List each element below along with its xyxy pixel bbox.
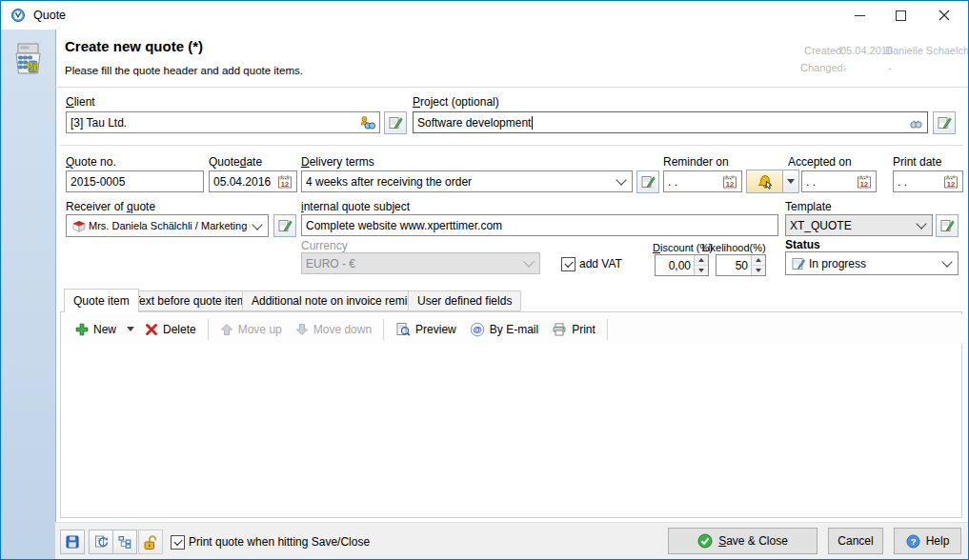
project-lookup-icon[interactable] (907, 115, 923, 130)
minimize-icon (855, 10, 865, 21)
text-cursor (532, 116, 533, 130)
calendar-icon[interactable]: 12 (942, 174, 959, 190)
chevron-down-icon (523, 256, 534, 267)
receiver-label: Receiver of quote (66, 200, 155, 213)
chevron-down-icon[interactable] (252, 219, 262, 230)
edit-icon (388, 115, 403, 130)
chevron-down-icon[interactable] (941, 256, 952, 267)
status-combo[interactable]: In progress (785, 251, 959, 275)
likelihood-label: Likelihood(%) (702, 242, 766, 253)
status-label: Status (785, 238, 820, 251)
spin-buttons[interactable] (751, 255, 765, 275)
chevron-down-icon[interactable] (916, 218, 926, 229)
close-button[interactable] (920, 1, 968, 30)
new-item-button[interactable]: New (69, 319, 123, 340)
calendar-icon[interactable]: 12 (856, 174, 872, 190)
receiver-edit-button[interactable] (273, 214, 296, 237)
template-label: Template (785, 200, 832, 213)
tab-quote-item[interactable]: Quote item (64, 289, 139, 312)
quote-no-field[interactable]: 2015-0005 (66, 170, 204, 192)
at-sign-icon: @ (470, 322, 485, 337)
add-vat-label: add VAT (579, 257, 622, 270)
project-edit-button[interactable] (933, 111, 956, 134)
spin-up-icon (756, 258, 761, 262)
lock-button[interactable] (138, 530, 163, 554)
magnifier-page-icon (395, 322, 411, 337)
print-date-label: Print date (893, 155, 941, 169)
copy-quote-button[interactable] (89, 530, 113, 554)
changed-by: - (888, 62, 892, 73)
tab-user-defined-fields[interactable]: User defined fields (408, 290, 521, 311)
reminder-bell-split-button[interactable] (746, 170, 799, 193)
print-button[interactable]: Print (545, 318, 602, 341)
project-field[interactable]: Software development (413, 111, 928, 133)
edit-icon (277, 218, 293, 233)
print-on-save-checkbox[interactable] (171, 535, 185, 550)
client-lookup-icon[interactable] (359, 115, 375, 130)
edit-icon (640, 174, 656, 190)
reminder-on-field[interactable]: . . 12 (663, 170, 742, 192)
new-item-dropdown[interactable] (123, 323, 138, 335)
accepted-on-label: Accepted on (788, 155, 852, 169)
maximize-button[interactable] (880, 1, 920, 30)
maximize-icon (896, 10, 906, 21)
move-up-button[interactable]: Move up (213, 319, 289, 340)
client-edit-button[interactable] (384, 111, 407, 134)
help-button[interactable]: ? Help (894, 528, 961, 554)
svg-text:12: 12 (946, 179, 954, 188)
changed-label: Changed: (800, 62, 846, 73)
add-vat-checkbox[interactable] (561, 257, 575, 271)
red-x-icon (145, 323, 158, 336)
move-down-button[interactable]: Move down (289, 319, 378, 340)
created-label: Created: (804, 45, 844, 56)
save-and-close-button[interactable]: Save & Close (668, 528, 818, 554)
calendar-icon[interactable]: 12 (276, 174, 293, 190)
delivery-terms-combo[interactable]: 4 weeks after receiving the order (301, 170, 633, 192)
window-title: Quote (33, 9, 66, 22)
toolbar-separator (607, 319, 608, 340)
header-divider (55, 87, 968, 88)
quote-date-field[interactable]: 05.04.2016 12 (209, 170, 297, 192)
client-field[interactable]: [3] Tau Ltd. (66, 111, 380, 133)
cancel-button[interactable]: Cancel (828, 528, 883, 554)
page-title: Create new quote (*) (65, 38, 203, 54)
discount-spinner[interactable]: 0,00 (655, 254, 709, 276)
project-label: Project (optional) (413, 95, 499, 109)
tree-view-button[interactable] (112, 530, 137, 554)
quote-date-label: Quotedate (209, 155, 262, 169)
close-icon (939, 10, 950, 21)
print-date-field[interactable]: . . 12 (893, 170, 963, 192)
delivery-terms-edit-button[interactable] (636, 170, 659, 193)
template-edit-button[interactable] (936, 214, 959, 237)
bell-cursor-icon[interactable] (746, 170, 783, 193)
client-label: Client (66, 95, 95, 109)
chevron-down-icon[interactable] (616, 174, 626, 185)
reminder-dropdown-button[interactable] (783, 170, 799, 193)
chevron-down-icon (787, 179, 795, 184)
delete-item-button[interactable]: Delete (138, 319, 203, 340)
subject-field[interactable]: Complete website www.xperttimer.com (301, 214, 778, 236)
template-combo[interactable]: XT_QUOTE (785, 214, 933, 236)
likelihood-spinner[interactable]: 50 (716, 254, 766, 276)
item-toolbar: New Delete Move up Move down Preview @ B… (61, 314, 969, 344)
page-subtitle: Please fill the quote header and add quo… (65, 65, 303, 76)
printer-icon (552, 322, 567, 337)
spin-down-icon (756, 269, 761, 272)
title-bar[interactable]: Quote (1, 1, 968, 30)
open-lock-icon (142, 534, 159, 550)
toolbar-separator (383, 319, 384, 340)
toolbar-separator (208, 319, 209, 340)
arrow-up-icon (220, 323, 233, 336)
by-email-button[interactable]: @ By E-mail (463, 318, 545, 341)
receiver-combo[interactable]: Mrs. Daniela Schälchli / Marketing ( (66, 214, 269, 237)
currency-combo: EURO - € (301, 252, 540, 274)
calendar-icon[interactable]: 12 (721, 174, 737, 190)
edit-icon (937, 115, 952, 130)
spin-buttons[interactable] (694, 255, 708, 275)
preview-button[interactable]: Preview (389, 318, 463, 341)
green-plus-icon (75, 323, 89, 336)
save-button[interactable] (60, 530, 85, 554)
minimize-button[interactable] (839, 1, 879, 30)
quote-dialog-window: Quote % (0, 0, 969, 560)
accepted-on-field[interactable]: . . 12 (801, 170, 877, 192)
